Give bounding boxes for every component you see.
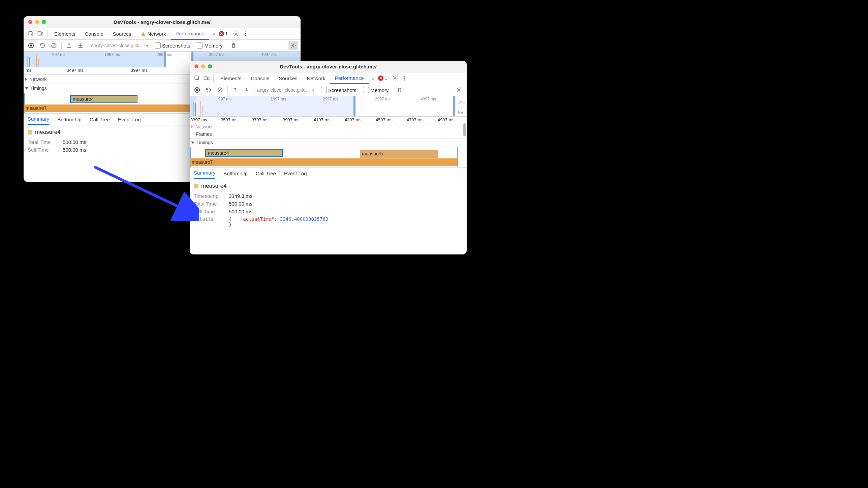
summary-name: measure4 xyxy=(194,183,463,189)
tab-sources[interactable]: Sources xyxy=(108,28,136,39)
row-timestamp: Timestamp3349.3 ms xyxy=(194,192,463,200)
dtab-calltree[interactable]: Call Tree xyxy=(90,114,110,125)
tab-console[interactable]: Console xyxy=(246,72,274,84)
dtab-bottomup[interactable]: Bottom-Up xyxy=(57,114,82,125)
dtab-calltree[interactable]: Call Tree xyxy=(256,167,276,179)
svg-rect-2 xyxy=(41,33,43,35)
devtools-tabbar: Elements Console Sources Network Perform… xyxy=(190,72,467,84)
svg-rect-13 xyxy=(204,76,207,80)
more-tabs-icon[interactable]: » xyxy=(369,73,378,83)
kebab-icon[interactable] xyxy=(241,29,250,38)
dtab-bottomup[interactable]: Bottom-Up xyxy=(223,167,248,179)
overview-minimap[interactable]: 997 ms 1997 ms 2997 ms 3997 ms 4997 ms C… xyxy=(190,96,467,117)
capture-settings-icon[interactable] xyxy=(288,41,298,50)
screenshots-checkbox[interactable]: Screenshots xyxy=(321,87,356,93)
error-badge[interactable]: ✕1 xyxy=(378,75,388,81)
chevron-down-icon: ▼ xyxy=(145,44,149,48)
inspect-icon[interactable] xyxy=(192,73,202,83)
svg-point-11 xyxy=(292,45,294,47)
more-tabs-icon[interactable]: » xyxy=(209,29,219,38)
chevron-down-icon: ▼ xyxy=(311,88,315,92)
upload-icon[interactable] xyxy=(64,41,74,50)
screenshots-checkbox[interactable]: Screenshots xyxy=(155,42,190,49)
svg-point-15 xyxy=(395,78,396,79)
svg-point-21 xyxy=(459,89,460,91)
profile-select[interactable]: angry-clover-close.glitc…▼ xyxy=(91,43,149,48)
upload-icon[interactable] xyxy=(230,85,240,95)
color-swatch xyxy=(194,184,198,188)
settings-icon[interactable] xyxy=(391,73,400,83)
selection-handle-right[interactable] xyxy=(453,96,455,116)
close-icon[interactable] xyxy=(28,20,32,24)
svg-rect-14 xyxy=(208,77,209,80)
tab-performance[interactable]: Performance xyxy=(171,28,209,40)
row-total-time: Total Time500.00 ms xyxy=(194,200,463,208)
svg-point-6 xyxy=(245,31,246,32)
svg-point-5 xyxy=(235,33,237,35)
network-row-collapsed[interactable]: Network xyxy=(190,123,467,130)
clear-icon[interactable] xyxy=(49,41,59,50)
tab-network[interactable]: Network xyxy=(302,72,330,84)
tab-console[interactable]: Console xyxy=(80,28,108,39)
measure4-bar[interactable]: measure4 xyxy=(205,149,283,157)
summary-panel: measure4 Timestamp3349.3 ms Total Time50… xyxy=(190,179,467,232)
capture-settings-icon[interactable] xyxy=(455,85,464,95)
profile-select[interactable]: angry-clover-close.glitc…▼ xyxy=(257,87,315,93)
detail-tabbar: Summary Bottom-Up Call Tree Event Log xyxy=(190,167,467,179)
download-icon[interactable] xyxy=(76,41,85,50)
device-icon[interactable] xyxy=(202,73,211,83)
chevron-right-icon xyxy=(25,78,27,81)
dtab-eventlog[interactable]: Event Log xyxy=(284,167,307,179)
dtab-eventlog[interactable]: Event Log xyxy=(118,114,141,125)
selection-handle-left[interactable] xyxy=(353,96,355,116)
tab-performance[interactable]: Performance xyxy=(330,73,369,84)
svg-point-18 xyxy=(404,80,405,81)
svg-rect-3 xyxy=(143,33,143,34)
dtab-summary[interactable]: Summary xyxy=(28,114,49,125)
tab-sources[interactable]: Sources xyxy=(274,72,302,84)
flame-chart[interactable]: measure4 measure5 measure7 xyxy=(190,147,467,167)
zoom-icon[interactable] xyxy=(208,64,212,68)
svg-rect-4 xyxy=(143,35,143,35)
error-icon: ✕ xyxy=(219,31,224,36)
garbage-collect-icon[interactable] xyxy=(229,41,238,50)
error-icon: ✕ xyxy=(378,75,383,81)
close-icon[interactable] xyxy=(194,64,198,68)
dtab-summary[interactable]: Summary xyxy=(194,167,215,179)
chevron-down-icon xyxy=(191,142,194,144)
svg-point-8 xyxy=(245,35,246,36)
kebab-icon[interactable] xyxy=(400,73,409,83)
measure7-bar[interactable]: measure7 xyxy=(190,158,457,166)
scrollbar-thumb[interactable] xyxy=(463,123,466,136)
minimize-icon[interactable] xyxy=(201,64,205,68)
record-icon[interactable] xyxy=(26,41,36,50)
memory-checkbox[interactable]: Memory xyxy=(197,42,222,49)
frames-row[interactable]: Frames xyxy=(190,130,467,139)
tab-elements[interactable]: Elements xyxy=(216,72,246,84)
clear-icon[interactable] xyxy=(215,85,225,95)
svg-line-10 xyxy=(53,44,56,47)
device-icon[interactable] xyxy=(36,29,45,38)
window-title: DevTools - angry-clover-close.glitch.me/ xyxy=(24,19,301,25)
error-badge[interactable]: ✕1 xyxy=(219,31,228,36)
settings-icon[interactable] xyxy=(231,29,241,38)
zoom-icon[interactable] xyxy=(42,20,46,24)
devtools-window-2: DevTools - angry-clover-close.glitch.me/… xyxy=(190,61,467,254)
record-icon[interactable] xyxy=(192,85,202,95)
reload-icon[interactable] xyxy=(204,85,213,95)
garbage-collect-icon[interactable] xyxy=(395,85,404,95)
measure4-bar[interactable]: measure4 xyxy=(70,95,137,103)
minimize-icon[interactable] xyxy=(35,20,39,24)
measure5-bar[interactable]: measure5 xyxy=(360,150,438,158)
svg-rect-1 xyxy=(38,32,41,35)
window-controls xyxy=(190,64,217,68)
inspect-icon[interactable] xyxy=(26,29,36,38)
svg-point-17 xyxy=(404,78,405,79)
download-icon[interactable] xyxy=(242,85,251,95)
tab-network[interactable]: Network xyxy=(136,28,171,39)
svg-point-7 xyxy=(245,33,246,34)
reload-icon[interactable] xyxy=(38,41,47,50)
memory-checkbox[interactable]: Memory xyxy=(363,87,389,93)
timings-row[interactable]: Timings xyxy=(190,139,467,147)
tab-elements[interactable]: Elements xyxy=(50,28,80,39)
